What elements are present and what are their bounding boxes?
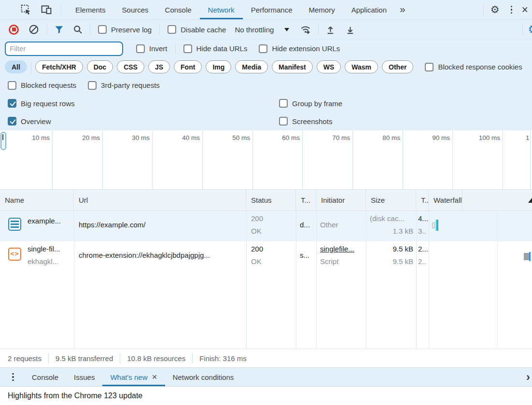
- settings-gear-icon[interactable]: ⚙: [490, 1, 500, 18]
- checkbox-unchecked[interactable]: [279, 99, 288, 108]
- tab-performance[interactable]: Performance: [243, 0, 301, 19]
- waterfall-bar-download[interactable]: [436, 220, 438, 231]
- request-name[interactable]: single-fil...: [28, 245, 60, 253]
- column-header-size[interactable]: Size: [366, 190, 416, 210]
- export-har-download-icon[interactable]: [345, 25, 355, 35]
- column-header-time[interactable]: T..: [416, 190, 429, 210]
- column-header-url[interactable]: Url: [74, 190, 246, 210]
- filter-input[interactable]: [5, 42, 123, 56]
- filter-funnel-icon[interactable]: [54, 25, 64, 35]
- hide-data-urls-checkbox[interactable]: Hide data URLs: [183, 44, 248, 53]
- main-menu-kebab-icon[interactable]: [507, 6, 516, 14]
- checkbox-unchecked[interactable]: [183, 44, 192, 53]
- chip-font[interactable]: Font: [174, 60, 202, 73]
- network-toolbar: Preserve log Disable cache No throttling: [0, 20, 532, 40]
- chip-img[interactable]: Img: [206, 60, 231, 73]
- waterfall-bar-download[interactable]: [529, 252, 531, 261]
- chip-media[interactable]: Media: [235, 60, 268, 73]
- chip-css[interactable]: CSS: [117, 60, 144, 73]
- hide-extension-urls-checkbox[interactable]: Hide extension URLs: [259, 44, 340, 53]
- blocked-response-cookies-checkbox[interactable]: Blocked response cookies: [425, 63, 522, 71]
- import-har-upload-icon[interactable]: [325, 25, 336, 35]
- checkbox-unchecked[interactable]: [88, 81, 97, 90]
- checkbox-unchecked[interactable]: [98, 25, 107, 34]
- search-icon[interactable]: [73, 25, 83, 35]
- drawer-more-chevron-icon[interactable]: ›: [526, 370, 530, 384]
- drawer-tab-issues[interactable]: Issues: [66, 368, 102, 386]
- third-party-requests-checkbox[interactable]: 3rd-party requests: [88, 81, 160, 90]
- blocked-response-cookies-label: Blocked response cookies: [438, 63, 522, 71]
- request-initiator-link[interactable]: singlefile...: [320, 245, 354, 253]
- chip-js[interactable]: JS: [148, 60, 170, 73]
- tab-console[interactable]: Console: [157, 0, 200, 19]
- network-conditions-wifi-icon[interactable]: [300, 24, 311, 35]
- more-tabs-icon[interactable]: »: [395, 0, 410, 19]
- tab-elements[interactable]: Elements: [67, 0, 114, 19]
- close-tab-icon[interactable]: ×: [152, 372, 157, 382]
- group-by-frame-checkbox[interactable]: Group by frame: [279, 99, 342, 108]
- record-network-log-icon[interactable]: [9, 25, 19, 35]
- tab-memory[interactable]: Memory: [301, 0, 343, 19]
- throttling-dropdown[interactable]: No throttling: [235, 26, 289, 34]
- drawer-tab-whats-new[interactable]: What's new ×: [102, 368, 165, 386]
- drawer-tab-network-conditions[interactable]: Network conditions: [165, 368, 242, 386]
- clear-network-log-icon[interactable]: [28, 24, 39, 35]
- chip-manifest[interactable]: Manifest: [272, 60, 313, 73]
- checkbox-unchecked[interactable]: [136, 44, 145, 53]
- third-party-requests-label: 3rd-party requests: [101, 81, 160, 89]
- overview-window-handle[interactable]: [0, 132, 6, 150]
- network-overview-timeline[interactable]: 10 ms 20 ms 30 ms 40 ms 50 ms 60 ms 70 m…: [0, 130, 532, 190]
- tab-sources[interactable]: Sources: [114, 0, 157, 19]
- column-header-waterfall[interactable]: Waterfall: [429, 190, 462, 210]
- checkbox-unchecked[interactable]: [259, 44, 267, 53]
- invert-checkbox[interactable]: Invert: [136, 44, 168, 53]
- gridline: [252, 130, 253, 189]
- request-size-transferred: (disk cac...: [370, 214, 414, 223]
- checkbox-unchecked[interactable]: [8, 81, 16, 90]
- tab-network[interactable]: Network: [200, 0, 243, 19]
- chip-doc[interactable]: Doc: [87, 60, 113, 73]
- network-settings-gear-icon[interactable]: ⚙: [528, 21, 532, 38]
- preserve-log-checkbox[interactable]: Preserve log: [98, 25, 152, 34]
- chip-all[interactable]: All: [5, 60, 27, 73]
- overview-checkbox[interactable]: Overview: [8, 117, 51, 126]
- drawer-menu-kebab-icon[interactable]: [9, 373, 17, 381]
- drawer-tab-console[interactable]: Console: [24, 368, 66, 386]
- ruler-label: 30 ms: [112, 134, 150, 141]
- chip-other[interactable]: Other: [382, 60, 413, 73]
- close-devtools-icon[interactable]: ×: [522, 1, 528, 18]
- hide-extension-urls-label: Hide extension URLs: [272, 44, 340, 53]
- column-header-status[interactable]: Status: [246, 190, 296, 210]
- throttling-value: No throttling: [235, 26, 274, 34]
- separator: [192, 353, 193, 363]
- blocked-requests-checkbox[interactable]: Blocked requests: [8, 81, 76, 90]
- chip-wasm[interactable]: Wasm: [345, 60, 378, 73]
- invert-label: Invert: [149, 44, 168, 53]
- big-request-rows-checkbox[interactable]: Big request rows: [8, 99, 75, 108]
- whats-new-panel: Highlights from the Chrome 123 update: [0, 386, 532, 405]
- request-name[interactable]: example...: [28, 217, 61, 225]
- column-header-type[interactable]: T...: [296, 190, 316, 210]
- chip-ws[interactable]: WS: [317, 60, 341, 73]
- column-header-initiator[interactable]: Initiator: [316, 190, 366, 210]
- gridline: [352, 130, 353, 189]
- ruler-label: 60 ms: [262, 134, 300, 141]
- checkbox-unchecked[interactable]: [425, 63, 434, 71]
- inspect-element-icon[interactable]: [20, 4, 32, 15]
- tab-application[interactable]: Application: [343, 0, 395, 19]
- screenshots-checkbox[interactable]: Screenshots: [279, 117, 332, 126]
- device-toolbar-icon[interactable]: [41, 4, 52, 15]
- request-size-resource: 9.5 kB: [366, 257, 413, 265]
- column-header-name[interactable]: Name: [0, 190, 74, 210]
- chip-fetch-xhr[interactable]: Fetch/XHR: [35, 60, 83, 73]
- checkbox-unchecked[interactable]: [279, 117, 288, 126]
- ruler-label: 100 ms: [462, 134, 500, 141]
- disable-cache-checkbox[interactable]: Disable cache: [168, 25, 226, 34]
- checkbox-checked[interactable]: [8, 117, 16, 126]
- separator: [120, 353, 120, 363]
- checkbox-checked[interactable]: [8, 99, 16, 108]
- gridline: [530, 130, 531, 189]
- ruler-label-partial: 1: [526, 134, 530, 141]
- checkbox-unchecked[interactable]: [168, 25, 176, 34]
- waterfall-bar-waiting[interactable]: [432, 223, 435, 228]
